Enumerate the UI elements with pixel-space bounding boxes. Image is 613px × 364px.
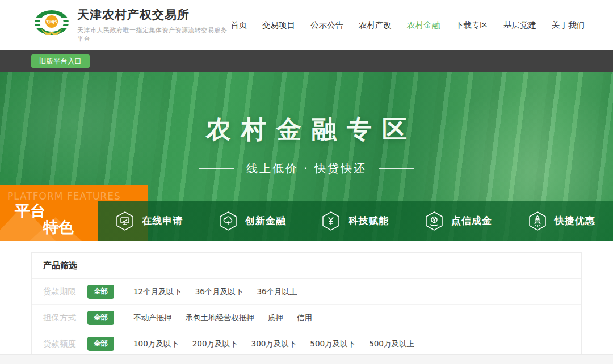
filter-label: 担保方式 bbox=[43, 312, 87, 323]
subtitle-left-rule bbox=[199, 168, 234, 169]
nav-item-home[interactable]: 首页 bbox=[230, 20, 247, 31]
brand-title: 天津农村产权交易所 bbox=[77, 7, 230, 23]
feature-item-tech-empowerment[interactable]: 科技赋能 bbox=[304, 201, 407, 241]
nav-item-downloads[interactable]: 下载专区 bbox=[455, 20, 488, 31]
filter-option[interactable]: 500万及以下 bbox=[310, 339, 355, 349]
footer-strip bbox=[0, 354, 613, 364]
filter-label: 贷款期限 bbox=[43, 286, 87, 297]
utility-bar: 旧版平台入口 bbox=[0, 50, 613, 72]
filter-label: 贷款额度 bbox=[43, 338, 87, 349]
nav-item-projects[interactable]: 交易项目 bbox=[262, 20, 295, 31]
feature-item-online-apply[interactable]: 在线申请 bbox=[98, 201, 201, 241]
hero-text-group: 农村金融专区 线上低价 · 快贷快还 bbox=[0, 113, 613, 176]
filter-option[interactable]: 质押 bbox=[268, 313, 283, 323]
platform-features-title-2: 特色 bbox=[43, 217, 74, 238]
feature-label: 科技赋能 bbox=[348, 214, 389, 227]
filter-option[interactable]: 300万及以下 bbox=[251, 339, 297, 349]
feature-item-quick-discount[interactable]: 快捷优惠 bbox=[510, 201, 613, 241]
nav-item-announcements[interactable]: 公示公告 bbox=[310, 20, 343, 31]
rocket-hex-icon bbox=[528, 211, 547, 231]
platform-features-eyebrow: PLATFORM FEATURES bbox=[7, 191, 121, 202]
filter-row-guarantee-type: 担保方式 全部 不动产抵押 承包土地经营权抵押 质押 信用 bbox=[32, 305, 581, 331]
feature-item-credit-to-gold[interactable]: 点信成金 bbox=[407, 201, 510, 241]
subtitle-right-rule bbox=[379, 168, 414, 169]
filter-option[interactable]: 信用 bbox=[297, 313, 312, 323]
old-platform-entry-button[interactable]: 旧版平台入口 bbox=[31, 54, 90, 68]
filter-option[interactable]: 500万及以上 bbox=[369, 339, 414, 349]
brand-logo-icon: TJNJS bbox=[33, 7, 70, 43]
nav-item-about-us[interactable]: 关于我们 bbox=[552, 20, 585, 31]
brand-subtitle: 天津市人民政府唯一指定集体资产资源流转交易服务平台 bbox=[77, 26, 230, 43]
main-content: 产品筛选 贷款期限 全部 12个月及以下 36个月及以下 36个月以上 担保方式… bbox=[0, 241, 613, 357]
feature-label: 快捷优惠 bbox=[555, 214, 595, 227]
brand-text: 天津农村产权交易所 天津市人民政府唯一指定集体资产资源流转交易服务平台 bbox=[77, 7, 230, 43]
main-nav: 首页 交易项目 公示公告 农村产改 农村金融 下载专区 基层党建 关于我们 bbox=[230, 20, 585, 31]
hero-subtitle-row: 线上低价 · 快贷快还 bbox=[0, 161, 613, 176]
platform-features-title-1: 平台 bbox=[15, 201, 45, 221]
filter-option[interactable]: 100万及以下 bbox=[133, 339, 179, 349]
coin-hex-icon bbox=[425, 211, 444, 231]
feature-label: 点信成金 bbox=[451, 214, 492, 227]
cloud-hex-icon bbox=[219, 211, 238, 231]
filter-card-title: 产品筛选 bbox=[32, 253, 581, 279]
brand-logo-text: TJNJS bbox=[46, 20, 57, 24]
brand-logo-link[interactable]: TJNJS 天津农村产权交易所 天津市人民政府唯一指定集体资产资源流转交易服务平… bbox=[33, 7, 230, 43]
filter-all-badge[interactable]: 全部 bbox=[87, 285, 114, 299]
hero-banner: 农村金融专区 线上低价 · 快贷快还 PLATFORM FEATURES 平台 … bbox=[0, 72, 613, 241]
filter-option[interactable]: 承包土地经营权抵押 bbox=[186, 313, 255, 323]
monitor-hex-icon bbox=[115, 211, 135, 231]
filter-row-loan-term: 贷款期限 全部 12个月及以下 36个月及以下 36个月以上 bbox=[32, 279, 581, 305]
hero-subtitle: 线上低价 · 快贷快还 bbox=[246, 161, 367, 176]
feature-label: 创新金融 bbox=[245, 214, 286, 227]
feature-menu: 在线申请 创新金融 科技赋能 bbox=[98, 201, 613, 241]
site-header: TJNJS 天津农村产权交易所 天津市人民政府唯一指定集体资产资源流转交易服务平… bbox=[0, 0, 613, 50]
filter-option[interactable]: 不动产抵押 bbox=[133, 313, 172, 323]
filter-all-badge[interactable]: 全部 bbox=[87, 311, 114, 325]
feature-label: 在线申请 bbox=[142, 214, 183, 227]
filter-all-badge[interactable]: 全部 bbox=[87, 337, 114, 351]
nav-item-rural-finance[interactable]: 农村金融 bbox=[407, 20, 440, 31]
filter-row-loan-amount: 贷款额度 全部 100万及以下 200万及以下 300万及以下 500万及以下 … bbox=[32, 331, 581, 357]
feature-item-innovative-finance[interactable]: 创新金融 bbox=[201, 201, 304, 241]
filter-option[interactable]: 36个月以上 bbox=[257, 287, 297, 297]
yen-hex-icon bbox=[321, 211, 341, 231]
filter-option[interactable]: 200万及以下 bbox=[192, 339, 238, 349]
hero-title: 农村金融专区 bbox=[0, 113, 613, 146]
nav-item-rural-reform[interactable]: 农村产改 bbox=[359, 20, 392, 31]
product-filter-card: 产品筛选 贷款期限 全部 12个月及以下 36个月及以下 36个月以上 担保方式… bbox=[31, 252, 582, 357]
nav-item-party-building[interactable]: 基层党建 bbox=[503, 20, 536, 31]
filter-option[interactable]: 12个月及以下 bbox=[133, 287, 182, 297]
filter-option[interactable]: 36个月及以下 bbox=[195, 287, 243, 297]
